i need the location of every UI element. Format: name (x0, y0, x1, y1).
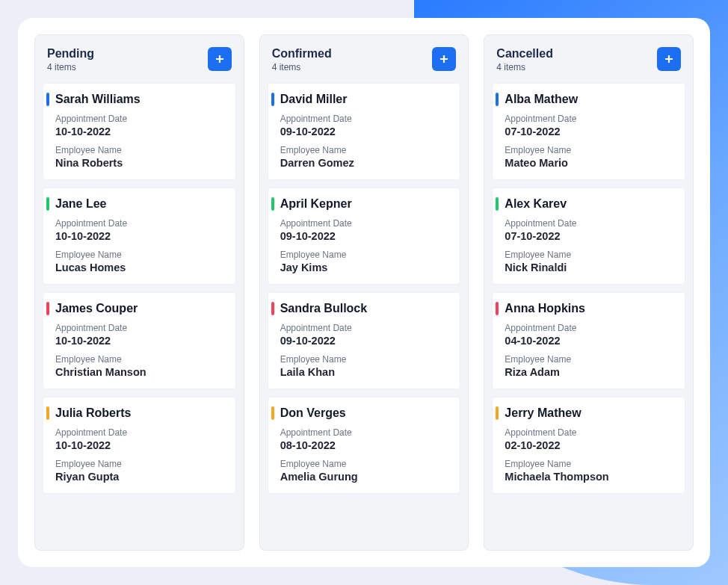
employee-name-value: Christian Manson (55, 366, 225, 378)
appointment-date-label: Appointment Date (55, 323, 225, 333)
appointment-date-value: 04-10-2022 (505, 335, 674, 347)
appointment-date-label: Appointment Date (505, 323, 674, 333)
appointment-date-label: Appointment Date (55, 218, 225, 229)
appointment-card[interactable]: Jane Lee Appointment Date 10-10-2022 Emp… (43, 188, 236, 285)
column-subtitle: 4 items (272, 62, 332, 72)
appointment-date-block: Appointment Date 09-10-2022 (280, 218, 450, 242)
card-list: Sarah Williams Appointment Date 10-10-20… (43, 83, 236, 494)
plus-icon (439, 55, 448, 64)
priority-tag (46, 93, 49, 106)
employee-name-label: Employee Name (505, 354, 674, 365)
employee-name-value: Mateo Mario (505, 157, 674, 169)
column-title-block: Confirmed 4 items (272, 47, 332, 72)
add-button[interactable] (208, 47, 232, 71)
employee-name-block: Employee Name Riza Adam (505, 354, 674, 378)
appointment-date-value: 09-10-2022 (280, 126, 450, 137)
card-list: David Miller Appointment Date 09-10-2022… (268, 83, 461, 494)
employee-name-block: Employee Name Mateo Mario (505, 145, 674, 169)
employee-name-label: Employee Name (55, 354, 225, 365)
plus-icon (664, 55, 673, 64)
employee-name-label: Employee Name (55, 459, 225, 469)
patient-name: Jane Lee (55, 197, 225, 211)
employee-name-label: Employee Name (280, 250, 450, 260)
employee-name-block: Employee Name Darren Gomez (280, 145, 450, 169)
appointment-date-value: 02-10-2022 (505, 439, 674, 451)
appointment-card[interactable]: Julia Roberts Appointment Date 10-10-202… (43, 397, 236, 494)
employee-name-block: Employee Name Michaela Thompson (505, 459, 674, 483)
appointment-card[interactable]: Alex Karev Appointment Date 07-10-2022 E… (492, 188, 685, 285)
appointment-date-block: Appointment Date 02-10-2022 (505, 427, 674, 451)
priority-tag (496, 93, 499, 106)
employee-name-value: Laila Khan (280, 366, 450, 378)
appointment-date-value: 09-10-2022 (280, 230, 450, 242)
employee-name-value: Jay Kims (280, 261, 450, 273)
employee-name-label: Employee Name (55, 145, 225, 155)
appointment-date-value: 10-10-2022 (55, 230, 225, 242)
column-confirmed: Confirmed 4 items David Miller Appointme… (259, 34, 469, 551)
column-title: Pending (47, 47, 94, 61)
priority-tag (271, 302, 274, 315)
add-button[interactable] (432, 47, 456, 71)
appointment-date-value: 10-10-2022 (55, 126, 225, 137)
patient-name: Sandra Bullock (280, 302, 450, 315)
column-subtitle: 4 items (47, 62, 94, 72)
plus-icon (215, 55, 224, 64)
patient-name: Jerry Mathew (505, 406, 674, 420)
appointment-card[interactable]: Anna Hopkins Appointment Date 04-10-2022… (492, 292, 685, 389)
appointment-card[interactable]: James Couper Appointment Date 10-10-2022… (43, 292, 236, 389)
appointment-date-label: Appointment Date (280, 114, 450, 124)
appointment-date-block: Appointment Date 10-10-2022 (55, 323, 225, 347)
appointment-date-value: 08-10-2022 (280, 439, 450, 451)
priority-tag (271, 406, 274, 420)
appointment-date-block: Appointment Date 10-10-2022 (55, 218, 225, 242)
appointment-date-block: Appointment Date 09-10-2022 (280, 323, 450, 347)
appointment-card[interactable]: Sarah Williams Appointment Date 10-10-20… (43, 83, 236, 180)
appointment-date-block: Appointment Date 07-10-2022 (505, 218, 674, 242)
column-cancelled: Cancelled 4 items Alba Mathew Appointmen… (484, 34, 694, 551)
employee-name-value: Nina Roberts (55, 157, 225, 169)
appointment-date-block: Appointment Date 10-10-2022 (55, 114, 225, 137)
appointment-date-label: Appointment Date (505, 114, 674, 124)
employee-name-block: Employee Name Amelia Gurung (280, 459, 450, 483)
column-title: Confirmed (272, 47, 332, 61)
appointment-date-value: 07-10-2022 (505, 230, 674, 242)
appointment-card[interactable]: April Kepner Appointment Date 09-10-2022… (268, 188, 461, 285)
employee-name-label: Employee Name (280, 145, 450, 155)
appointment-card[interactable]: Sandra Bullock Appointment Date 09-10-20… (268, 292, 461, 389)
appointment-card[interactable]: Alba Mathew Appointment Date 07-10-2022 … (492, 83, 685, 180)
appointment-date-value: 07-10-2022 (505, 126, 674, 137)
column-header: Pending 4 items (43, 43, 236, 83)
appointment-date-block: Appointment Date 08-10-2022 (280, 427, 450, 451)
appointment-date-label: Appointment Date (55, 114, 225, 124)
appointment-date-block: Appointment Date 04-10-2022 (505, 323, 674, 347)
column-pending: Pending 4 items Sarah Williams Appointme… (34, 34, 244, 551)
employee-name-block: Employee Name Laila Khan (280, 354, 450, 378)
employee-name-label: Employee Name (280, 459, 450, 469)
employee-name-block: Employee Name Nina Roberts (55, 145, 225, 169)
patient-name: Alex Karev (505, 197, 674, 211)
appointment-card[interactable]: Don Verges Appointment Date 08-10-2022 E… (268, 397, 461, 494)
priority-tag (496, 406, 499, 420)
column-header: Confirmed 4 items (268, 43, 461, 83)
priority-tag (496, 197, 499, 211)
employee-name-value: Amelia Gurung (280, 471, 450, 483)
employee-name-label: Employee Name (505, 459, 674, 469)
employee-name-value: Michaela Thompson (505, 471, 674, 483)
patient-name: Anna Hopkins (505, 302, 674, 315)
employee-name-block: Employee Name Riyan Gupta (55, 459, 225, 483)
card-list: Alba Mathew Appointment Date 07-10-2022 … (492, 83, 685, 494)
appointment-date-block: Appointment Date 07-10-2022 (505, 114, 674, 137)
column-title: Cancelled (496, 47, 553, 61)
employee-name-label: Employee Name (505, 250, 674, 260)
column-title-block: Cancelled 4 items (496, 47, 553, 72)
appointment-card[interactable]: Jerry Mathew Appointment Date 02-10-2022… (492, 397, 685, 494)
patient-name: James Couper (55, 302, 225, 315)
add-button[interactable] (657, 47, 681, 71)
column-title-block: Pending 4 items (47, 47, 94, 72)
patient-name: Don Verges (280, 406, 450, 420)
employee-name-block: Employee Name Christian Manson (55, 354, 225, 378)
appointment-card[interactable]: David Miller Appointment Date 09-10-2022… (268, 83, 461, 180)
employee-name-block: Employee Name Nick Rinaldi (505, 250, 674, 273)
employee-name-value: Riza Adam (505, 366, 674, 378)
appointment-date-label: Appointment Date (505, 427, 674, 438)
